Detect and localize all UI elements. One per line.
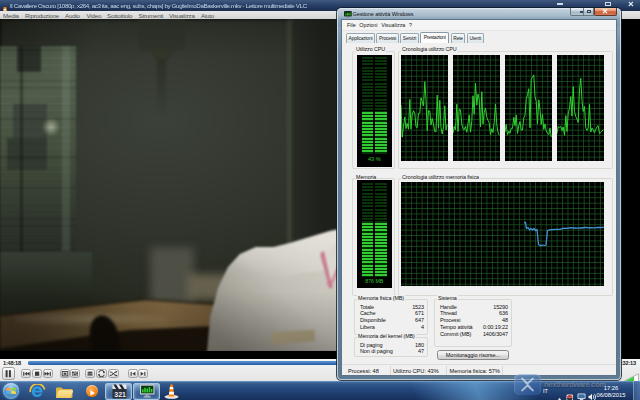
svg-text:321: 321 bbox=[114, 391, 126, 398]
